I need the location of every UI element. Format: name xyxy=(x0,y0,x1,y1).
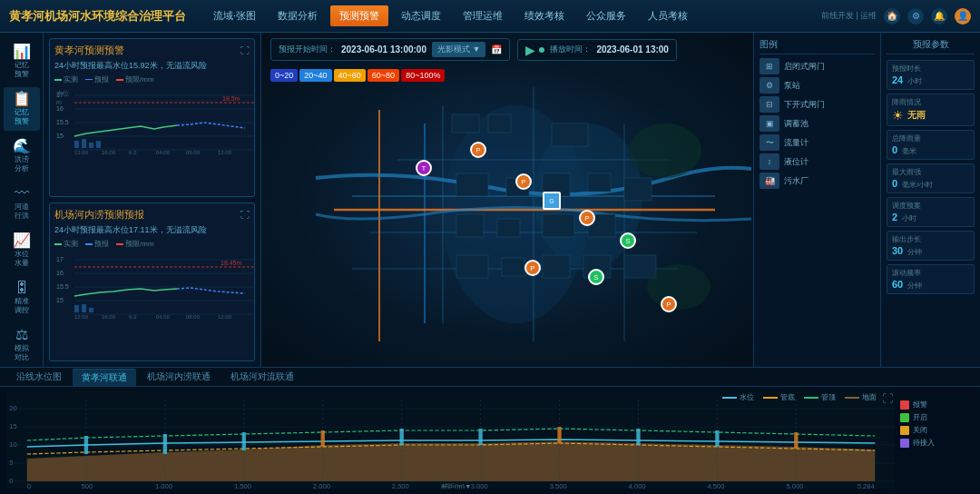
nav-manage[interactable]: 管理运维 xyxy=(454,5,512,26)
svg-rect-71 xyxy=(624,255,656,278)
risk-20-40: 20~40 xyxy=(299,69,331,82)
pipe-top-line xyxy=(804,397,818,399)
sidebar-item-control[interactable]: 🎛 精准调控 xyxy=(4,276,40,320)
svg-text:12:00: 12:00 xyxy=(74,150,89,154)
map-marker-1[interactable]: P xyxy=(470,142,486,158)
tank-marker-1[interactable]: T xyxy=(416,160,432,176)
map-marker-9[interactable]: T xyxy=(416,160,432,176)
tab-huangxiao[interactable]: 黄孝河联通 xyxy=(73,369,136,386)
stats-title: 预报参数 xyxy=(887,38,975,54)
map-time-bar: 预报开始时间： 2023-06-01 13:00:00 光影模式 ▼ 📅 xyxy=(270,38,510,61)
svg-text:04:00: 04:00 xyxy=(156,314,171,319)
gate-marker-1[interactable]: G xyxy=(543,192,561,210)
calendar-icon[interactable]: 📅 xyxy=(491,44,502,54)
nav-dynamic[interactable]: 动态调度 xyxy=(392,5,450,26)
svg-text:3,000: 3,000 xyxy=(471,482,488,489)
chart2-expand-icon[interactable]: ⛶ xyxy=(240,210,250,220)
sidebar-label-4: 水位水量 xyxy=(15,250,29,267)
svg-text:04:00: 04:00 xyxy=(156,150,171,154)
svg-text:15: 15 xyxy=(9,422,16,430)
nav-forecast[interactable]: 预测预警 xyxy=(330,5,388,26)
center-map[interactable]: 预报开始时间： 2023-06-01 13:00:00 光影模式 ▼ 📅 ▶ 播… xyxy=(261,33,753,367)
predict-dot-2 xyxy=(85,243,93,245)
pump-marker-1[interactable]: P xyxy=(470,142,486,158)
svg-text:12:00: 12:00 xyxy=(74,314,89,319)
svg-rect-55 xyxy=(452,114,479,133)
svg-text:12:00: 12:00 xyxy=(218,314,232,319)
legend-item-1: ⚙ 泵站 xyxy=(760,77,875,94)
water-level-line xyxy=(722,397,737,399)
map-marker-6[interactable]: P xyxy=(524,260,541,276)
bottom-expand-icon[interactable]: ⛶ xyxy=(882,392,893,405)
br-legend-pending: 待接入 xyxy=(900,438,973,448)
nav-people[interactable]: 人员考核 xyxy=(639,5,697,26)
sidebar-item-water[interactable]: 📈 水位水量 xyxy=(4,229,40,272)
bottom-tabs: 沿线水位图 黄孝河联通 机场河内涝联通 机场河对流联通 xyxy=(0,368,980,387)
top-nav: 黄孝河机场河水环境综合治理平台 流域·张图 数据分析 预测预警 动态调度 管理运… xyxy=(0,0,980,33)
map-marker-8[interactable]: P xyxy=(661,296,677,312)
pump-marker-3[interactable]: P xyxy=(579,210,595,226)
svg-rect-14 xyxy=(82,139,86,148)
notification-icon[interactable]: 🔔 xyxy=(931,8,947,25)
legend-section: 图例 ⊞ 启闭式闸门 ⚙ 泵站 ⊟ 下开式闸门 ▣ 调蓄池 〜 流量计 xyxy=(760,38,875,192)
user-icon[interactable]: 👤 xyxy=(955,8,971,25)
pump-marker-5[interactable]: P xyxy=(661,296,677,312)
sensor-marker-2[interactable]: S xyxy=(588,269,604,285)
tab-jichang-duiliu[interactable]: 机场河对流联通 xyxy=(221,369,303,385)
sidebar-item-river[interactable]: 〰 河道行洪 xyxy=(4,182,40,225)
settings-icon[interactable]: ⚙ xyxy=(907,8,924,25)
sidebar-item-dashboard[interactable]: 📊 记忆预警 xyxy=(4,40,40,84)
sensor-marker-1[interactable]: S xyxy=(620,232,636,249)
forecast-icon: 📋 xyxy=(13,92,31,106)
play-bar: ▶ 播放时间： 2023-06-01 13:00 xyxy=(517,39,677,61)
sidebar-item-forecast[interactable]: 📋 记忆预警 xyxy=(4,87,40,131)
svg-text:10: 10 xyxy=(9,440,16,449)
chart1-expand-icon[interactable]: ⛶ xyxy=(240,45,250,55)
home-icon[interactable]: 🏠 xyxy=(884,8,900,25)
nav-dev-link[interactable]: 前线开发 | 运维 xyxy=(821,10,877,22)
svg-text:16:00: 16:00 xyxy=(102,150,116,154)
nav-perf[interactable]: 绩效考核 xyxy=(515,5,573,26)
mode-dropdown[interactable]: 光影模式 ▼ xyxy=(432,42,485,57)
nav-data[interactable]: 数据分析 xyxy=(269,5,327,26)
tab-shuiwei[interactable]: 沿线水位图 xyxy=(7,369,71,385)
chart2-label-limit: 预限/mm xyxy=(116,239,154,249)
map-marker-4[interactable]: P xyxy=(579,210,595,226)
nav-public[interactable]: 公众服务 xyxy=(577,5,635,26)
nav-liuyu[interactable]: 流域·张图 xyxy=(204,5,265,26)
max-intensity-value: 0 xyxy=(892,178,897,189)
control-icon: 🎛 xyxy=(15,281,29,295)
risk-bar: 0~20 20~40 40~60 60~80 80~100% xyxy=(270,69,445,82)
svg-rect-35 xyxy=(82,304,86,312)
svg-rect-36 xyxy=(89,308,93,312)
play-indicator xyxy=(539,47,544,53)
svg-text:1,500: 1,500 xyxy=(234,482,251,489)
chart2-title: 机场河内涝预测预报 ⛶ xyxy=(54,208,250,222)
map-marker-5[interactable]: S xyxy=(620,232,636,249)
svg-text:m: m xyxy=(56,99,62,105)
map-marker-2[interactable]: P xyxy=(515,173,532,190)
pump-marker-2[interactable]: P xyxy=(515,173,532,190)
map-marker-3[interactable]: G xyxy=(543,192,561,210)
map-marker-7[interactable]: S xyxy=(588,269,604,285)
pump-marker-4[interactable]: P xyxy=(524,260,541,276)
sidebar-item-compare[interactable]: ⚖ 模拟对比 xyxy=(4,323,40,367)
sidebar-item-flood[interactable]: 🌊 洪涝分析 xyxy=(4,134,40,178)
flowmeter-icon: 〜 xyxy=(760,134,779,151)
svg-text:500: 500 xyxy=(82,482,93,489)
tab-jichang-neijin[interactable]: 机场河内涝联通 xyxy=(138,369,220,385)
svg-rect-105 xyxy=(794,432,798,449)
svg-text:15.5: 15.5 xyxy=(56,283,69,290)
rain-value: 无雨 xyxy=(907,109,926,122)
legend-pipe-bottom: 管底 xyxy=(763,392,795,402)
svg-text:2,500: 2,500 xyxy=(392,482,409,489)
legend-panel: 图例 ⊞ 启闭式闸门 ⚙ 泵站 ⊟ 下开式闸门 ▣ 调蓄池 〜 流量计 xyxy=(753,33,880,367)
svg-text:12:00: 12:00 xyxy=(218,150,232,154)
play-button[interactable]: ▶ xyxy=(525,43,535,57)
chart2-subtitle: 24小时预报最高水位17.11米，无溢流风险 xyxy=(54,224,250,236)
svg-rect-62 xyxy=(624,178,652,201)
storage-pool-icon: ▣ xyxy=(760,115,779,132)
chart1-label-limit: 预限/mm xyxy=(116,74,154,84)
legend-item-4: 〜 流量计 xyxy=(760,134,875,151)
svg-text:6-2: 6-2 xyxy=(129,314,137,319)
